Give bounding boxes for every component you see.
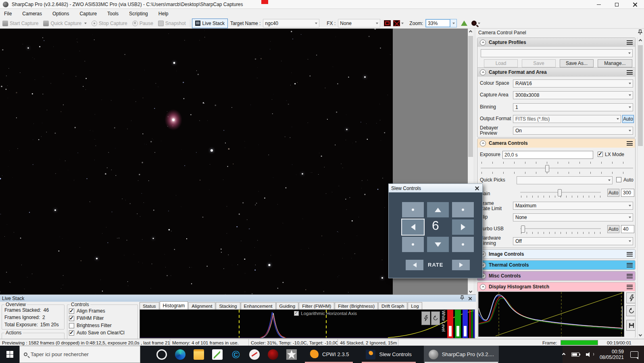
image-preview-area[interactable] <box>0 29 393 294</box>
menu-icon[interactable] <box>627 40 633 45</box>
slew-up-right-button[interactable] <box>452 202 474 217</box>
scissors-app-icon[interactable] <box>249 349 260 360</box>
live-stack-titlebar[interactable]: Live Stack <box>0 295 476 302</box>
tab-filter-brightness[interactable]: Filter (Brightness) <box>335 302 378 309</box>
battery-icon[interactable] <box>571 353 579 357</box>
start-button[interactable] <box>0 346 19 363</box>
file-explorer-icon[interactable] <box>194 349 204 360</box>
menu-icon[interactable] <box>627 263 633 267</box>
taskbar-app-cpwi[interactable]: CPWI 2.3.5 <box>304 346 354 363</box>
minimize-button[interactable] <box>590 0 608 9</box>
rate-increase-button[interactable] <box>452 260 470 270</box>
taskbar-search[interactable]: Taper ici pour rechercher <box>19 346 140 363</box>
quick-picks-combo[interactable] <box>517 176 613 184</box>
colour-space-combo[interactable]: RAW16 <box>513 79 633 88</box>
auto-save-checkbox[interactable] <box>69 330 74 336</box>
menu-icon[interactable] <box>627 285 633 289</box>
menu-file[interactable]: File <box>4 11 12 17</box>
reset-stretch-button[interactable] <box>626 305 636 316</box>
tab-filter-fwhm[interactable]: Filter (FWHM) <box>299 302 334 309</box>
collapse-icon[interactable] <box>480 69 486 75</box>
scroll-down-icon[interactable] <box>638 333 642 337</box>
scroll-down-icon[interactable] <box>469 289 473 293</box>
flip-combo[interactable]: None <box>513 213 633 221</box>
histogram-stretch-header[interactable]: Display Histogram Stretch <box>477 282 635 291</box>
slew-up-button[interactable] <box>427 202 449 217</box>
slew-right-button[interactable] <box>452 219 474 235</box>
menu-icon[interactable] <box>627 141 633 146</box>
auto-stretch-button[interactable] <box>626 292 636 303</box>
crosshair-overlay-icon[interactable] <box>393 20 400 26</box>
speaker-icon[interactable] <box>586 352 593 357</box>
copyright-app-icon[interactable]: © <box>231 349 241 360</box>
log-axis-checkbox[interactable] <box>294 311 299 316</box>
manage-button[interactable]: Manage... <box>598 59 632 67</box>
menu-options[interactable]: Options <box>52 11 69 17</box>
gain-value-input[interactable]: 300 <box>621 189 634 197</box>
green-level-slider[interactable] <box>455 310 461 338</box>
capture-area-combo[interactable]: 3008x3008 <box>513 91 633 99</box>
binning-combo[interactable]: 1 <box>513 103 633 111</box>
scrollbar-thumb[interactable] <box>468 36 473 157</box>
tray-clock[interactable]: 00:59 08/05/2021 <box>600 349 624 360</box>
save-button[interactable]: Save <box>522 59 556 67</box>
quick-capture-button[interactable]: Quick Capture <box>41 19 89 28</box>
scroll-up-icon[interactable] <box>638 39 642 43</box>
slew-down-button[interactable] <box>427 237 449 252</box>
gain-slider[interactable] <box>520 192 601 193</box>
menu-icon[interactable] <box>627 274 633 278</box>
frame-rate-limit-combo[interactable]: Maximum <box>513 202 633 210</box>
panel-scrollbar[interactable] <box>637 37 643 338</box>
menu-help[interactable]: Help <box>158 11 169 17</box>
collapse-icon[interactable] <box>480 140 486 146</box>
turbo-usb-slider[interactable] <box>520 228 601 229</box>
exposure-slider-thumb[interactable] <box>545 165 549 172</box>
debayer-preview-combo[interactable]: On <box>513 127 633 135</box>
fx-combo[interactable]: None <box>338 19 380 27</box>
tray-expand-icon[interactable] <box>562 353 565 356</box>
reset-stretch-button[interactable] <box>431 311 440 325</box>
turbo-usb-value-input[interactable]: 40 <box>621 225 634 233</box>
star-app-icon[interactable] <box>286 349 297 360</box>
tab-log[interactable]: Log <box>408 302 422 309</box>
rate-decrease-button[interactable] <box>406 260 423 270</box>
notepad-icon[interactable] <box>212 349 223 360</box>
start-capture-button[interactable]: Start Capture <box>0 19 41 28</box>
slew-up-left-button[interactable] <box>402 202 424 217</box>
notification-icon[interactable] <box>630 351 638 358</box>
reticle-overlay-icon[interactable] <box>384 20 391 26</box>
tab-stacking[interactable]: Stacking <box>216 302 240 309</box>
turbo-usb-auto-button[interactable]: Auto <box>607 225 619 233</box>
tab-guiding[interactable]: Guiding <box>276 302 299 309</box>
save-as-button[interactable]: Save As... <box>560 59 594 67</box>
pin-icon[interactable] <box>638 29 642 36</box>
profile-combo[interactable] <box>481 49 633 57</box>
menu-scripting[interactable]: Scripting <box>129 11 148 17</box>
tab-drift-graph[interactable]: Drift Graph <box>378 302 407 309</box>
dark-red-app-icon[interactable] <box>268 349 278 360</box>
magnifier-tool-icon[interactable] <box>471 21 477 26</box>
edge-icon[interactable] <box>175 349 185 360</box>
exposure-slider[interactable] <box>481 168 633 169</box>
save-stretch-button[interactable] <box>626 320 636 331</box>
load-button[interactable]: Load <box>484 59 518 67</box>
menu-cameras[interactable]: Cameras <box>22 11 42 17</box>
snapshot-button[interactable]: Snapshot <box>156 19 188 28</box>
menu-icon[interactable] <box>627 252 633 257</box>
exposure-input[interactable]: 20,0 s <box>502 151 593 159</box>
menu-icon[interactable] <box>627 70 633 75</box>
capture-profiles-header[interactable]: Capture Profiles <box>477 38 635 47</box>
live-stack-button[interactable]: Live Stack <box>192 19 228 28</box>
brightness-filter-checkbox[interactable] <box>69 323 74 328</box>
zoom-dropdown-button[interactable] <box>450 19 457 27</box>
pin-icon[interactable] <box>460 295 464 301</box>
chevron-down-icon[interactable] <box>401 23 404 24</box>
collapse-icon[interactable] <box>480 40 486 46</box>
slew-down-left-button[interactable] <box>402 237 424 252</box>
gain-auto-button[interactable]: Auto <box>607 189 619 197</box>
histogram-tool-icon[interactable] <box>461 21 467 26</box>
chevron-down-icon[interactable] <box>478 23 480 24</box>
menu-tools[interactable]: Tools <box>107 11 119 17</box>
red-level-slider[interactable] <box>447 310 453 338</box>
tab-status[interactable]: Status <box>140 302 159 309</box>
